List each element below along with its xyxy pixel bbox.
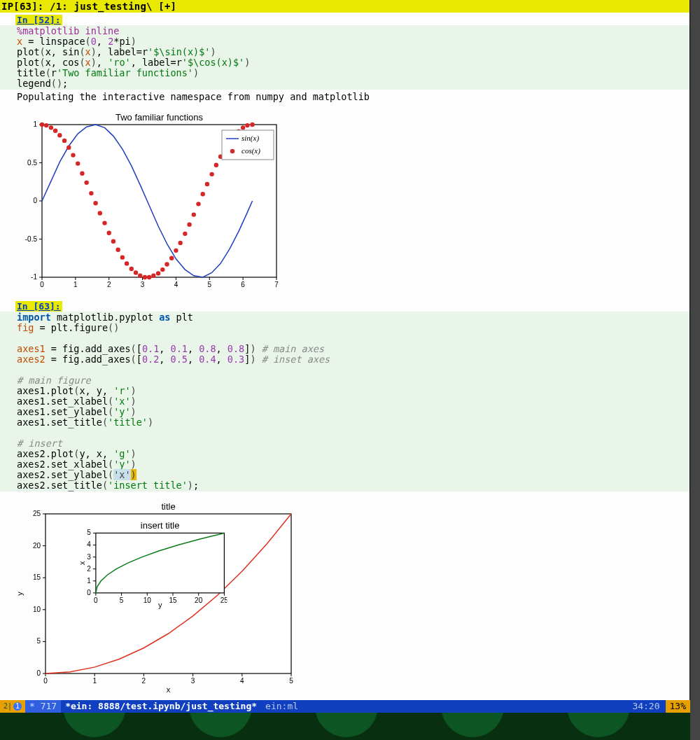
svg-text:4: 4 xyxy=(240,677,244,685)
svg-point-30 xyxy=(49,125,53,130)
svg-text:0.5: 0.5 xyxy=(27,159,37,167)
svg-text:25: 25 xyxy=(33,510,41,517)
svg-text:x: x xyxy=(167,685,171,694)
svg-text:sin(x): sin(x) xyxy=(241,134,259,143)
svg-point-64 xyxy=(201,192,205,196)
svg-text:3: 3 xyxy=(141,281,145,288)
svg-point-48 xyxy=(130,267,134,271)
svg-text:5: 5 xyxy=(36,637,41,645)
svg-text:y: y xyxy=(158,601,162,609)
cell-1[interactable]: In [52]: %matplotlib inline x = linspace… xyxy=(0,13,690,295)
svg-text:1: 1 xyxy=(87,577,91,585)
svg-text:5: 5 xyxy=(87,529,91,536)
svg-point-32 xyxy=(57,133,62,137)
svg-text:0: 0 xyxy=(36,669,41,677)
svg-rect-109 xyxy=(96,533,225,593)
svg-point-41 xyxy=(98,211,102,215)
cell-output-1-text: Populating the interactive namespace fro… xyxy=(0,90,690,104)
cell-code-1[interactable]: %matplotlib inline x = linspace(0, 2*pi)… xyxy=(0,25,690,90)
svg-text:-0.5: -0.5 xyxy=(25,235,38,243)
svg-point-35 xyxy=(71,153,75,157)
svg-text:4: 4 xyxy=(87,541,91,549)
svg-text:5: 5 xyxy=(120,596,124,604)
svg-text:x: x xyxy=(78,561,86,565)
svg-point-62 xyxy=(192,212,196,216)
svg-text:Two familiar functions: Two familiar functions xyxy=(115,112,203,123)
svg-point-53 xyxy=(151,274,155,278)
svg-text:-1: -1 xyxy=(31,273,37,281)
modeline-mode: ein:ml xyxy=(261,700,302,713)
svg-text:0: 0 xyxy=(33,197,37,204)
svg-point-51 xyxy=(143,275,147,279)
svg-point-66 xyxy=(209,172,214,176)
svg-point-31 xyxy=(53,129,57,133)
svg-point-55 xyxy=(160,267,164,272)
svg-point-50 xyxy=(138,274,142,278)
svg-point-37 xyxy=(80,172,84,176)
svg-point-52 xyxy=(147,275,151,279)
svg-text:15: 15 xyxy=(33,573,41,581)
svg-point-67 xyxy=(214,163,218,167)
svg-text:title: title xyxy=(161,501,175,512)
cell-prompt-1: In [52]: xyxy=(15,15,62,25)
svg-point-79 xyxy=(230,149,234,153)
svg-text:2: 2 xyxy=(142,677,146,685)
svg-text:10: 10 xyxy=(33,606,41,613)
modeline-col: * 717 xyxy=(25,700,61,713)
svg-point-40 xyxy=(93,201,97,205)
svg-point-56 xyxy=(164,262,169,266)
svg-point-45 xyxy=(115,248,120,252)
svg-point-73 xyxy=(241,125,245,130)
cell-output-2-chart: 0123450510152025xytitle0510152025012345y… xyxy=(14,498,690,697)
svg-point-33 xyxy=(62,139,66,143)
titlebar: IP[63]: /1: just_testing\ [+] xyxy=(0,0,690,13)
editor-pane[interactable]: IP[63]: /1: just_testing\ [+] In [52]: %… xyxy=(0,0,690,700)
modeline: 2|1 * 717 *ein: 8888/test.ipynb/just_tes… xyxy=(0,700,690,713)
svg-point-34 xyxy=(66,146,71,150)
modeline-workspace-icon: 2|1 xyxy=(0,700,25,713)
svg-text:5: 5 xyxy=(289,677,293,685)
svg-point-46 xyxy=(120,255,125,259)
chart-two-familiar: 01234567-1-0.500.51Two familiar function… xyxy=(14,111,280,293)
cell-output-1-chart: 01234567-1-0.500.51Two familiar function… xyxy=(14,111,690,295)
svg-point-42 xyxy=(102,221,106,225)
svg-text:insert title: insert title xyxy=(141,520,180,531)
svg-text:2: 2 xyxy=(107,281,111,288)
svg-text:3: 3 xyxy=(87,553,91,561)
svg-text:0: 0 xyxy=(94,596,98,604)
svg-point-74 xyxy=(245,123,249,127)
svg-text:0: 0 xyxy=(43,677,48,685)
svg-text:15: 15 xyxy=(169,596,177,604)
svg-text:5: 5 xyxy=(208,281,212,288)
svg-text:20: 20 xyxy=(195,596,203,604)
svg-point-65 xyxy=(205,182,209,186)
chart-title-inset: 0123450510152025xytitle0510152025012345y… xyxy=(14,498,298,694)
svg-text:1: 1 xyxy=(74,281,78,288)
svg-text:20: 20 xyxy=(33,542,41,550)
svg-text:cos(x): cos(x) xyxy=(241,146,260,155)
modeline-linecol: 34:20 xyxy=(626,700,665,713)
svg-text:1: 1 xyxy=(92,677,97,685)
svg-point-57 xyxy=(169,256,174,260)
svg-text:y: y xyxy=(15,592,24,596)
svg-text:10: 10 xyxy=(144,596,152,604)
svg-point-63 xyxy=(196,202,200,206)
svg-point-59 xyxy=(178,241,182,245)
svg-text:1: 1 xyxy=(33,120,37,128)
svg-point-58 xyxy=(174,249,178,253)
svg-text:4: 4 xyxy=(174,281,178,288)
svg-text:2: 2 xyxy=(87,565,91,573)
right-gutter xyxy=(690,0,700,740)
workspace-badge-2: 2| xyxy=(4,702,12,711)
svg-point-28 xyxy=(40,123,44,127)
svg-point-36 xyxy=(76,161,80,165)
cell-2[interactable]: In [63]: import matplotlib.pyplot as plt… xyxy=(0,299,690,697)
svg-point-38 xyxy=(84,181,88,185)
cell-prompt-2: In [63]: xyxy=(15,301,62,312)
modeline-percent: 13% xyxy=(666,700,690,713)
cell-code-2[interactable]: import matplotlib.pyplot as plt fig = pl… xyxy=(0,312,690,491)
svg-text:0: 0 xyxy=(40,281,44,288)
svg-point-49 xyxy=(134,270,138,274)
svg-point-47 xyxy=(125,261,129,265)
modeline-buffer: *ein: 8888/test.ipynb/just_testing* xyxy=(61,700,261,713)
